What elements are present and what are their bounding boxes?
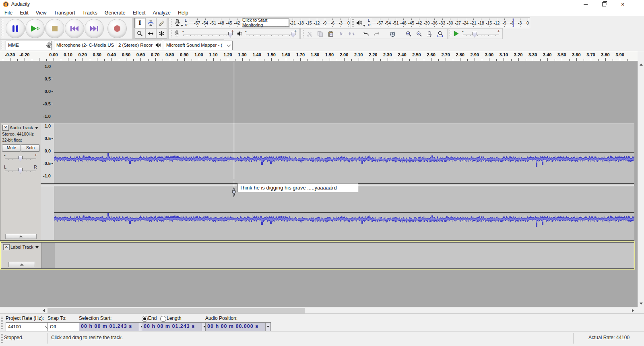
mute-button[interactable]: Mute — [2, 144, 21, 152]
timeline-ruler[interactable]: -0.30-0.200.000.100.200.300.400.500.600.… — [0, 51, 638, 61]
monitoring-tooltip[interactable]: Click to Start Monitoring — [242, 19, 289, 27]
audio-host-dropdown[interactable]: MME — [6, 41, 52, 50]
scroll-down-arrow-icon[interactable] — [640, 303, 643, 305]
paste-button[interactable] — [325, 29, 336, 39]
meter-scale-number: -24 — [462, 20, 469, 25]
slider-thumb[interactable] — [291, 32, 295, 37]
menu-tracks[interactable]: Tracks — [79, 9, 101, 16]
waveform-right-channel[interactable] — [54, 186, 634, 240]
toolbar-grip[interactable] — [169, 30, 172, 37]
meter-dropdown-arrow[interactable] — [181, 25, 183, 27]
slider-thumb[interactable] — [473, 32, 477, 37]
ruler-label: 0.00 — [49, 52, 58, 57]
close-track-icon[interactable]: ✕ — [3, 244, 10, 250]
toolbar-grip[interactable] — [1, 316, 3, 329]
ruler-tick — [3, 59, 3, 61]
play-at-speed-button[interactable] — [453, 31, 459, 38]
zoom-in-button[interactable] — [403, 29, 414, 39]
close-button[interactable]: × — [613, 0, 632, 9]
skip-start-button[interactable] — [65, 19, 84, 38]
multi-tool-button[interactable] — [156, 28, 167, 39]
zoom-out-button[interactable] — [414, 29, 424, 39]
playback-meter[interactable]: L R -57-54-51-48-45-42-39-36-33-30-27-24… — [351, 17, 530, 28]
gain-slider[interactable]: -+ — [5, 154, 36, 162]
zoom-fit-button[interactable] — [435, 29, 445, 39]
menu-effect[interactable]: Effect — [129, 9, 149, 16]
play-speed-slider[interactable]: -+ — [463, 30, 499, 38]
draw-tool-button[interactable] — [156, 18, 167, 28]
playback-volume-slider[interactable]: -+ — [246, 30, 296, 38]
scroll-left-arrow-icon[interactable] — [43, 309, 45, 312]
status-separator — [47, 333, 48, 344]
solo-button[interactable]: Solo — [21, 144, 40, 152]
undo-button[interactable] — [361, 29, 371, 39]
slider-thumb[interactable] — [228, 32, 233, 37]
playback-device-dropdown[interactable]: Microsoft Sound Mapper - ( — [164, 41, 233, 50]
menu-file[interactable]: File — [1, 9, 16, 16]
envelope-tool-button[interactable] — [145, 18, 156, 28]
menu-help[interactable]: Help — [174, 9, 192, 16]
vertical-scrollbar[interactable] — [638, 61, 644, 307]
menu-analyze[interactable]: Analyze — [149, 9, 174, 16]
toolbar-grip[interactable] — [169, 19, 172, 27]
maximize-button[interactable] — [595, 0, 613, 9]
menu-transport[interactable]: Transport — [50, 9, 79, 16]
meter-tick — [229, 19, 229, 20]
project-rate-dropdown[interactable]: 44100 — [6, 322, 51, 332]
minimize-button[interactable] — [576, 0, 595, 9]
ruler-tick — [250, 59, 250, 61]
meter-scale-number: -57 — [377, 20, 383, 25]
vertical-ruler-right-channel[interactable] — [41, 186, 54, 240]
play-button[interactable] — [26, 19, 44, 38]
menu-view[interactable]: View — [32, 9, 50, 16]
toolbar-grip[interactable] — [449, 30, 452, 37]
menu-generate[interactable]: Generate — [101, 9, 129, 16]
label-track-title[interactable]: Label Track — [10, 245, 39, 249]
end-radio-label[interactable]: End — [148, 315, 157, 321]
label-text-input[interactable]: Think he is digging his grave .....yaaaa… — [237, 183, 358, 192]
scroll-up-arrow-icon[interactable] — [640, 64, 643, 66]
label-track[interactable]: ✕ Label Track — [0, 241, 635, 270]
collapse-track-button[interactable] — [8, 262, 35, 267]
field-dropdown-arrow[interactable] — [265, 323, 270, 331]
audio-position-field[interactable]: 00 h 00 m 00.000 s — [205, 322, 271, 332]
audio-track-title[interactable]: Audio Track — [10, 125, 38, 130]
timeshift-tool-button[interactable] — [145, 28, 156, 39]
ruler-tick — [460, 58, 460, 61]
selection-end-field[interactable]: 00 h 00 m 01.243 s — [142, 322, 207, 332]
ruler-tick — [46, 59, 47, 61]
toolbar-grip[interactable] — [352, 19, 354, 27]
toolbar-grip[interactable] — [1, 41, 4, 49]
ruler-tick — [620, 58, 620, 61]
length-radio[interactable] — [160, 316, 166, 322]
selection-start-field[interactable]: 00 h 00 m 01.243 s — [79, 322, 144, 332]
waveform-left-channel[interactable] — [54, 123, 634, 183]
recording-volume-slider[interactable]: -+ — [183, 30, 233, 38]
zoom-selection-button[interactable] — [424, 29, 435, 39]
zoom-tool-button[interactable] — [134, 28, 145, 39]
horizontal-scrollbar[interactable] — [0, 307, 638, 313]
meter-tick — [528, 19, 528, 20]
pause-button[interactable] — [6, 19, 25, 38]
scroll-right-arrow-icon[interactable] — [632, 309, 634, 312]
meter-dropdown-arrow[interactable] — [363, 25, 365, 27]
skip-end-button[interactable] — [85, 19, 103, 38]
horizontal-scrollbar-thumb[interactable] — [47, 308, 305, 313]
pan-slider[interactable]: LR — [5, 166, 36, 174]
label-marker-icon[interactable] — [231, 187, 237, 199]
close-track-icon[interactable]: ✕ — [2, 125, 9, 131]
length-radio-label[interactable]: Length — [167, 315, 182, 321]
slider-thumb[interactable] — [18, 156, 23, 161]
stop-button[interactable] — [45, 19, 64, 38]
recording-device-dropdown[interactable]: Microphone (2- C-Media US — [54, 41, 124, 50]
toolbar-grip[interactable] — [301, 30, 304, 37]
menu-edit[interactable]: Edit — [16, 9, 32, 16]
ruler-label: 2.60 — [427, 52, 435, 57]
playback-cursor — [234, 62, 234, 179]
sync-lock-button[interactable] — [387, 29, 398, 39]
record-button[interactable] — [108, 19, 126, 38]
selection-tool-button[interactable]: I — [134, 18, 145, 28]
end-radio[interactable] — [142, 316, 148, 322]
slider-thumb[interactable] — [18, 168, 23, 173]
collapse-track-button[interactable] — [5, 234, 37, 239]
